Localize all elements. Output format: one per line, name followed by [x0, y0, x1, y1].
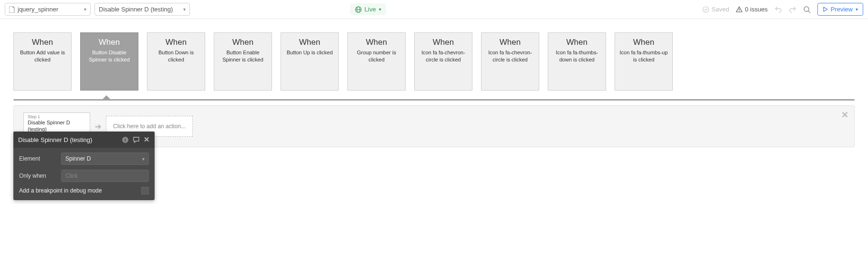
property-editor: Disable Spinner D (testing) i ✕ Element … — [13, 132, 155, 147]
step-name: Disable Spinner D (testing) — [28, 120, 86, 133]
card-when-label: When — [17, 38, 68, 47]
card-desc: Icon fa fa-thumbs-up is clicked — [618, 49, 669, 63]
file-icon — [9, 6, 15, 13]
preview-label: Preview — [831, 6, 853, 13]
info-icon[interactable]: i — [122, 136, 129, 143]
card-desc: Button Add value is clicked — [17, 49, 68, 63]
globe-icon — [355, 6, 362, 13]
step-number-label: Step 1 — [28, 114, 86, 120]
card-desc: Group number is clicked — [351, 49, 402, 63]
card-desc: Button Up is clicked — [284, 49, 335, 56]
workflow-card[interactable]: When Group number is clicked — [347, 32, 406, 91]
card-when-label: When — [618, 38, 669, 47]
close-icon[interactable]: ✕ — [144, 135, 150, 144]
saved-label: Saved — [711, 6, 729, 13]
card-when-label: When — [217, 38, 269, 47]
workflow-card[interactable]: When Button Disable Spinner is clicked — [80, 32, 138, 91]
svg-point-5 — [739, 10, 740, 11]
property-editor-title: Disable Spinner D (testing) — [18, 136, 92, 143]
card-when-label: When — [351, 38, 402, 47]
card-desc: Icon fa fa-thumbs-down is clicked — [551, 49, 603, 63]
chevron-down-icon: ▾ — [856, 7, 858, 12]
card-desc: Icon fa fa-chevron-circle is clicked — [418, 49, 469, 63]
svg-line-7 — [808, 11, 810, 13]
card-when-label: When — [484, 38, 536, 47]
undo-button[interactable] — [774, 6, 782, 13]
property-editor-header[interactable]: Disable Spinner D (testing) i ✕ — [13, 132, 155, 147]
page-dropdown[interactable]: jquery_spinner ▾ — [5, 3, 91, 16]
workflow-card[interactable]: When Icon fa fa-chevron-circle is clicke… — [414, 32, 472, 91]
page-dropdown-label: jquery_spinner — [18, 6, 58, 13]
card-when-label: When — [150, 38, 202, 47]
chevron-down-icon: ▾ — [183, 7, 186, 12]
redo-button[interactable] — [789, 6, 796, 13]
chevron-down-icon: ▾ — [84, 7, 86, 12]
card-desc: Icon fa fa-chevron-circle is clicked — [484, 49, 536, 63]
live-label: Live — [365, 6, 376, 13]
card-desc: Button Disable Spinner is clicked — [84, 49, 135, 63]
right-group: Saved 0 issues Preview ▾ — [702, 3, 863, 16]
warning-icon — [736, 6, 743, 13]
card-when-label: When — [418, 38, 469, 47]
issues-button[interactable]: 0 issues — [736, 6, 768, 13]
workflow-dropdown[interactable]: Disable Spinner D (testing) ▾ — [94, 3, 190, 16]
workflow-cards-row: When Button Add value is clicked When Bu… — [0, 19, 868, 99]
card-when-label: When — [551, 38, 603, 47]
tab-divider — [13, 99, 855, 101]
close-panel-button[interactable]: ✕ — [841, 110, 848, 120]
play-icon — [823, 7, 828, 12]
svg-point-3 — [703, 7, 709, 12]
tab-arrow-icon — [103, 95, 110, 99]
add-action-label: Click here to add an action... — [113, 123, 186, 130]
topbar: jquery_spinner ▾ Disable Spinner D (test… — [0, 0, 868, 19]
issues-label: 0 issues — [745, 6, 768, 13]
card-desc: Button Down is clicked — [150, 49, 202, 63]
live-dropdown[interactable]: Live ▾ — [350, 3, 386, 15]
chevron-down-icon: ▾ — [379, 7, 381, 12]
check-circle-icon — [702, 6, 709, 13]
svg-text:i: i — [125, 137, 126, 142]
saved-status: Saved — [702, 6, 729, 13]
preview-button[interactable]: Preview ▾ — [817, 3, 863, 16]
workflow-card[interactable]: When Button Down is clicked — [147, 32, 205, 91]
arrow-right-icon: ➔ — [95, 122, 101, 131]
center-group: Live ▾ — [350, 3, 386, 15]
svg-point-6 — [804, 7, 809, 11]
workflow-card[interactable]: When Button Add value is clicked — [13, 32, 72, 91]
search-button[interactable] — [803, 6, 811, 13]
workflow-card[interactable]: When Icon fa fa-thumbs-up is clicked — [615, 32, 673, 91]
card-when-label: When — [84, 38, 135, 47]
card-desc: Button Enable Spinner is clicked — [217, 49, 269, 63]
workflow-card[interactable]: When Icon fa fa-chevron-circle is clicke… — [481, 32, 539, 91]
workflow-card[interactable]: When Button Enable Spinner is clicked — [214, 32, 272, 91]
card-when-label: When — [284, 38, 335, 47]
workflow-dropdown-label: Disable Spinner D (testing) — [99, 6, 173, 13]
workflow-card[interactable]: When Button Up is clicked — [281, 32, 339, 91]
comment-icon[interactable] — [133, 136, 140, 143]
tab-indicator — [0, 99, 868, 101]
workflow-card[interactable]: When Icon fa fa-thumbs-down is clicked — [548, 32, 606, 91]
